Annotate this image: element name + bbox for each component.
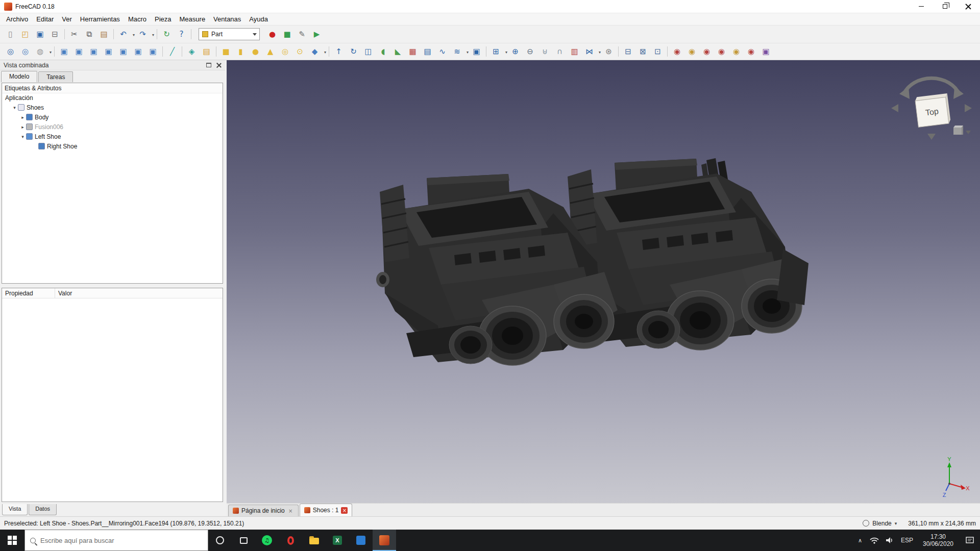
start-button[interactable] [0, 530, 24, 551]
tree-expander-icon[interactable]: ▸ [19, 115, 26, 120]
macro-stop-icon[interactable]: ■ [280, 28, 294, 41]
view-top-icon[interactable]: ▣ [87, 45, 101, 59]
blue-app-icon[interactable] [349, 530, 373, 551]
pan-down-arrow-icon[interactable] [927, 134, 936, 140]
view-front-icon[interactable]: ▣ [72, 45, 86, 59]
tree-item-fusion006[interactable]: ▸ Fusion006 [2, 122, 223, 132]
tab-pagina-de-inicio[interactable]: Página de inicio × [228, 505, 299, 516]
cross-sections-icon[interactable]: ▥ [568, 45, 581, 59]
part-cone-icon[interactable]: ▲ [263, 45, 277, 59]
part-sphere-icon[interactable]: ● [249, 45, 262, 59]
task-view-icon[interactable] [232, 530, 255, 551]
navigation-cube[interactable]: Top [888, 63, 975, 144]
separator[interactable] [155, 28, 159, 41]
part-ruled-surface-icon[interactable]: ▦ [406, 45, 420, 59]
view-rear-icon[interactable]: ▣ [116, 45, 130, 59]
view-axonometric-icon[interactable]: ▣ [57, 45, 71, 59]
view-fit-selection-icon[interactable]: ◎ [18, 45, 32, 59]
cut-icon[interactable]: ✂ [67, 28, 81, 41]
clock[interactable]: 17:30 30/06/2020 [917, 533, 960, 547]
separator[interactable] [189, 28, 193, 41]
macro-edit-icon[interactable]: ✎ [295, 28, 309, 41]
separator[interactable] [111, 28, 116, 41]
language-indicator[interactable]: ESP [897, 537, 917, 544]
tree-expander-icon[interactable]: ▾ [19, 134, 26, 139]
nav-cube-top-face[interactable]: Top [925, 107, 939, 117]
measure-refresh-icon[interactable]: ◉ [729, 45, 743, 59]
shape-builder-icon[interactable]: ◆ [308, 45, 322, 59]
nav-cube-body[interactable]: Top [915, 93, 951, 127]
excel-icon[interactable]: X [326, 530, 349, 551]
refresh-icon[interactable]: ↻ [160, 28, 174, 41]
close-button[interactable] [957, 0, 980, 13]
measure-distance-icon[interactable]: ╱ [165, 45, 179, 59]
tab-datos[interactable]: Datos [29, 504, 57, 515]
freecad-taskbar-icon[interactable] [373, 530, 396, 551]
boolean-common-icon[interactable]: ∩ [553, 45, 567, 59]
tree-item-left-shoe[interactable]: ▾ Left Shoe [2, 132, 223, 141]
toggle-measure-icon[interactable]: ▣ [759, 45, 773, 59]
tray-expand-icon[interactable]: ∧ [853, 537, 867, 544]
close-panel-icon[interactable] [216, 63, 222, 68]
migrate-shape-icon[interactable]: ⊡ [651, 45, 665, 59]
separator[interactable] [160, 45, 165, 59]
menu-archivo[interactable]: Archivo [2, 14, 32, 24]
part-torus-icon[interactable]: ◎ [278, 45, 292, 59]
part-sweep-icon[interactable]: ∿ [435, 45, 449, 59]
separator[interactable] [214, 45, 218, 59]
separator[interactable] [616, 45, 621, 59]
print-icon[interactable]: ⊟ [48, 28, 62, 41]
chevron-down-icon[interactable]: ▾ [895, 521, 897, 526]
menu-pieza[interactable]: Pieza [151, 14, 176, 24]
part-loft-icon[interactable]: ▤ [421, 45, 434, 59]
menu-ventanas[interactable]: Ventanas [209, 14, 245, 24]
undo-icon[interactable]: ↶ [116, 28, 130, 41]
pan-left-arrow-icon[interactable] [891, 104, 898, 112]
macro-play-icon[interactable]: ▶ [310, 28, 324, 41]
action-center-icon[interactable] [960, 537, 980, 544]
menu-editar[interactable]: Editar [32, 14, 58, 24]
compound-filter-icon[interactable]: ⊠ [636, 45, 650, 59]
view-bottom-icon[interactable]: ▣ [131, 45, 145, 59]
redo-icon[interactable]: ↷ [136, 28, 150, 41]
measure-linear-icon[interactable]: ◉ [700, 45, 714, 59]
part-thickness-icon[interactable]: ▣ [470, 45, 483, 59]
rotate-arc-icon[interactable] [903, 78, 960, 95]
check-geometry-icon[interactable]: ◉ [670, 45, 684, 59]
separator[interactable] [180, 45, 184, 59]
boolean-union-icon[interactable]: ⊎ [538, 45, 552, 59]
draw-style-icon[interactable]: ◍ [33, 45, 47, 59]
part-mirror-icon[interactable]: ◫ [361, 45, 375, 59]
cortana-icon[interactable] [208, 530, 232, 551]
menu-macro[interactable]: Macro [124, 14, 151, 24]
part-chamfer-icon[interactable]: ◣ [391, 45, 405, 59]
part-builder-icon[interactable]: ◈ [185, 45, 199, 59]
restore-button[interactable] [933, 0, 957, 13]
paste-icon[interactable]: ▤ [97, 28, 111, 41]
file-explorer-icon[interactable] [302, 530, 326, 551]
navigation-style-icon[interactable] [863, 520, 869, 527]
float-panel-icon[interactable] [206, 63, 211, 67]
rotate-left-arrow-icon[interactable] [899, 87, 910, 99]
tree-root-application[interactable]: Aplicación [2, 93, 223, 103]
nav-cube-menu-icon[interactable] [953, 126, 971, 135]
menu-ver[interactable]: Ver [58, 14, 76, 24]
tab-modelo[interactable]: Modelo [1, 71, 37, 82]
part-compound-icon[interactable]: ⊞ [489, 45, 503, 59]
view-left-icon[interactable]: ▣ [146, 45, 160, 59]
part-cylinder-icon[interactable]: ▮ [234, 45, 248, 59]
close-tab-icon[interactable]: × [341, 507, 348, 514]
minimize-button[interactable] [910, 0, 933, 13]
tree-item-shoes[interactable]: ▾ Shoes [2, 103, 223, 112]
view-fit-all-icon[interactable]: ◎ [4, 45, 17, 59]
tree-item-right-shoe[interactable]: Right Shoe [2, 141, 223, 151]
boolean-operation-icon[interactable]: ⊕ [508, 45, 522, 59]
create-primitives-icon[interactable]: ▤ [200, 45, 213, 59]
boolean-split-icon[interactable]: ⋈ [582, 45, 596, 59]
close-tab-icon[interactable]: × [287, 508, 294, 514]
tree-expander-icon[interactable]: ▸ [19, 124, 26, 130]
whats-this-icon[interactable]: ? [175, 28, 188, 41]
separator[interactable] [62, 28, 67, 41]
refine-shape-icon[interactable]: ◉ [685, 45, 699, 59]
menu-ayuda[interactable]: Ayuda [245, 14, 272, 24]
